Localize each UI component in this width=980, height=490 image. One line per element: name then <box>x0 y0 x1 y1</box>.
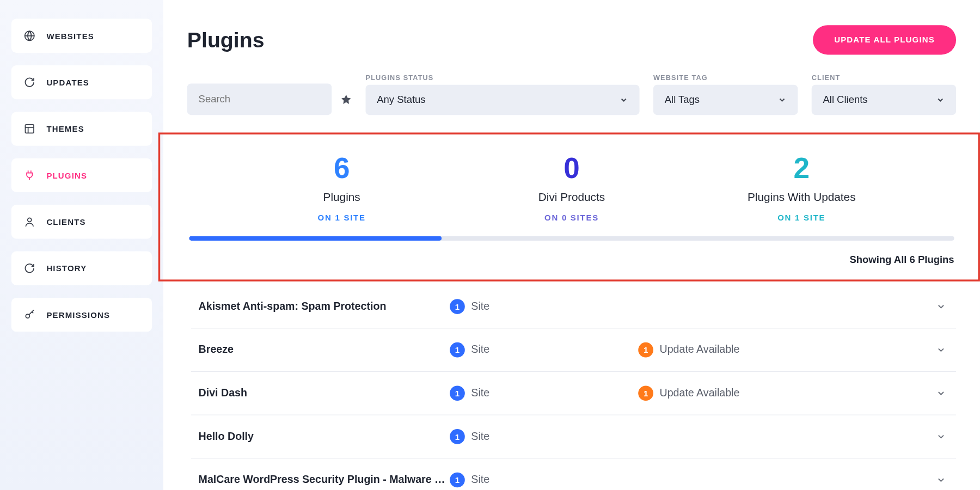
stat-label: Plugins With Updates <box>687 191 916 204</box>
site-text: Site <box>471 387 489 400</box>
site-col: 1Site <box>450 299 638 314</box>
stat-plugins[interactable]: 6 Plugins ON 1 SITE <box>227 151 457 223</box>
main-content: Plugins UPDATE ALL PLUGINS PLUGINS STATU… <box>163 0 980 490</box>
key-icon <box>24 309 35 321</box>
chevron-down-icon <box>620 95 628 104</box>
update-count-badge: 1 <box>638 385 653 401</box>
sidebar-item-label: PERMISSIONS <box>46 310 110 319</box>
site-count-badge: 1 <box>450 299 465 314</box>
client-filter-label: CLIENT <box>812 74 956 81</box>
plug-icon <box>24 170 35 181</box>
client-select-value: All Clients <box>823 94 867 106</box>
tag-filter-label: WEBSITE TAG <box>653 74 798 81</box>
sidebar-item-plugins[interactable]: PLUGINS <box>11 158 152 192</box>
stat-label: Plugins <box>227 191 457 204</box>
sidebar-item-label: UPDATES <box>46 77 89 87</box>
site-text: Site <box>471 344 489 356</box>
plugin-row[interactable]: Breeze1Site1Update Available <box>191 328 956 372</box>
sidebar-item-label: HISTORY <box>46 264 87 273</box>
star-icon[interactable] <box>340 94 352 105</box>
globe-icon <box>24 30 35 41</box>
stat-number: 6 <box>227 151 457 185</box>
chevron-down-icon <box>936 475 950 485</box>
search-input[interactable] <box>187 83 332 115</box>
site-col: 1Site <box>450 473 638 488</box>
layout-icon <box>24 123 35 134</box>
chevron-down-icon <box>936 388 950 398</box>
chevron-down-icon <box>936 302 950 311</box>
update-col: 1Update Available <box>638 385 936 401</box>
plugin-row[interactable]: MalCare WordPress Security Plugin - Malw… <box>191 458 956 490</box>
sidebar-item-permissions[interactable]: PERMISSIONS <box>11 298 152 332</box>
sidebar-item-websites[interactable]: WEBSITES <box>11 19 152 53</box>
stat-label: Divi Products <box>457 191 687 204</box>
page-title: Plugins <box>187 28 265 52</box>
stats-panel: 6 Plugins ON 1 SITE 0 Divi Products ON 0… <box>158 132 980 281</box>
plugin-list: Akismet Anti-spam: Spam Protection1SiteB… <box>187 281 956 490</box>
site-count-badge: 1 <box>450 385 465 401</box>
history-icon <box>24 262 35 274</box>
chevron-down-icon <box>777 95 786 104</box>
stat-subtext: ON 1 SITE <box>687 213 916 222</box>
update-all-button[interactable]: UPDATE ALL PLUGINS <box>813 25 956 54</box>
sidebar-item-updates[interactable]: UPDATES <box>11 65 152 99</box>
plugin-row[interactable]: Divi Dash1Site1Update Available <box>191 372 956 415</box>
update-count-badge: 1 <box>638 342 653 358</box>
plugin-name: Divi Dash <box>199 387 450 400</box>
status-filter-label: PLUGINS STATUS <box>366 74 640 81</box>
svg-point-5 <box>28 218 32 222</box>
stat-number: 2 <box>687 151 916 185</box>
sidebar-item-label: CLIENTS <box>46 217 85 226</box>
site-col: 1Site <box>450 342 638 358</box>
stat-subtext: ON 0 SITES <box>457 213 687 222</box>
site-col: 1Site <box>450 429 638 444</box>
plugin-name: Breeze <box>199 344 450 356</box>
plugin-row[interactable]: Akismet Anti-spam: Spam Protection1Site <box>191 285 956 329</box>
sidebar: WEBSITES UPDATES THEMES PLUGINS CLIENTS <box>0 0 163 490</box>
plugin-name: MalCare WordPress Security Plugin - Malw… <box>199 474 450 486</box>
site-text: Site <box>471 301 489 313</box>
site-count-badge: 1 <box>450 342 465 358</box>
client-select[interactable]: All Clients <box>812 85 956 115</box>
stat-number: 0 <box>457 151 687 185</box>
filters-row: PLUGINS STATUS Any Status WEBSITE TAG Al… <box>187 74 956 115</box>
user-icon <box>24 216 35 228</box>
progress-bar <box>189 236 954 241</box>
stat-plugins-with-updates[interactable]: 2 Plugins With Updates ON 1 SITE <box>687 151 916 223</box>
status-select[interactable]: Any Status <box>366 85 640 115</box>
tag-select[interactable]: All Tags <box>653 85 798 115</box>
site-count-badge: 1 <box>450 429 465 444</box>
svg-rect-2 <box>25 125 34 133</box>
plugin-name: Akismet Anti-spam: Spam Protection <box>199 301 450 313</box>
site-count-badge: 1 <box>450 473 465 488</box>
chevron-down-icon <box>936 432 950 442</box>
chevron-down-icon <box>936 95 945 104</box>
update-text: Update Available <box>659 387 739 400</box>
showing-text: Showing All 6 Plugins <box>189 254 954 274</box>
refresh-icon <box>24 77 35 88</box>
sidebar-item-label: THEMES <box>46 124 84 133</box>
plugin-name: Hello Dolly <box>199 430 450 443</box>
tag-select-value: All Tags <box>665 94 700 106</box>
sidebar-item-label: PLUGINS <box>46 170 87 180</box>
plugin-row[interactable]: Hello Dolly1Site <box>191 415 956 459</box>
progress-fill <box>189 236 442 241</box>
sidebar-item-clients[interactable]: CLIENTS <box>11 205 152 238</box>
update-col: 1Update Available <box>638 342 936 358</box>
chevron-down-icon <box>936 345 950 354</box>
stat-subtext: ON 1 SITE <box>227 213 457 222</box>
status-select-value: Any Status <box>377 94 425 106</box>
stat-divi-products[interactable]: 0 Divi Products ON 0 SITES <box>457 151 687 223</box>
sidebar-item-themes[interactable]: THEMES <box>11 112 152 145</box>
sidebar-item-label: WEBSITES <box>46 31 94 40</box>
site-text: Site <box>471 474 489 486</box>
page-header: Plugins UPDATE ALL PLUGINS <box>187 25 956 54</box>
update-text: Update Available <box>659 344 739 356</box>
site-col: 1Site <box>450 385 638 401</box>
site-text: Site <box>471 430 489 443</box>
sidebar-item-history[interactable]: HISTORY <box>11 252 152 285</box>
